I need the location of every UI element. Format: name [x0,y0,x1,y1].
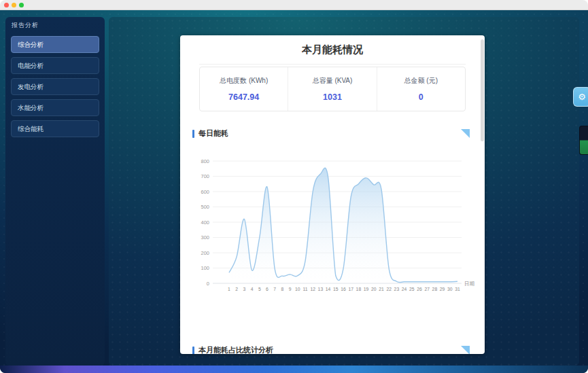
svg-text:700: 700 [201,173,209,179]
svg-text:15: 15 [333,287,339,291]
main-panel: 本月能耗情况 总电度数 (KWh) 7647.94 总容量 (KVA) 1031… [109,17,579,366]
card-scrollbar[interactable] [480,38,484,351]
svg-text:6: 6 [266,287,269,291]
section-accent-bar [192,347,194,355]
section-accent-bar [192,130,194,138]
svg-text:200: 200 [201,250,209,256]
sidebar-item-power-generation-analysis[interactable]: 发电分析 [11,78,99,95]
sidebar-item-water-energy-analysis[interactable]: 水能分析 [11,99,99,116]
svg-text:0: 0 [207,281,209,287]
daily-energy-chart-container: 0100200300400500600700800123456789101112… [188,149,481,300]
stat-value: 1031 [288,92,376,102]
svg-text:800: 800 [201,158,209,164]
svg-text:30: 30 [447,287,453,291]
gear-icon: ⚙ [578,92,586,102]
svg-text:18: 18 [356,287,362,291]
stat-label: 总容量 (KVA) [288,76,376,86]
svg-text:300: 300 [201,234,209,241]
svg-text:400: 400 [201,219,209,226]
svg-text:14: 14 [326,287,331,291]
scrollbar-thumb[interactable] [481,39,484,141]
svg-text:25: 25 [409,287,415,291]
sidebar-item-comprehensive-analysis[interactable]: 综合分析 [11,36,99,53]
svg-text:27: 27 [424,287,430,291]
svg-text:24: 24 [402,287,407,291]
close-window-button[interactable] [4,3,9,7]
monthly-stats-box: 总电度数 (KWh) 7647.94 总容量 (KVA) 1031 总金额 (元… [199,67,466,111]
svg-text:7: 7 [273,287,276,291]
svg-text:20: 20 [371,287,377,291]
daily-energy-chart: 0100200300400500600700800123456789101112… [188,149,481,298]
app-background: 报告分析 综合分析 电能分析 发电分析 水能分析 综合能耗 本月能耗情况 总电度… [0,10,588,373]
daily-energy-section-header: 每日能耗 [192,128,228,139]
svg-text:12: 12 [310,287,315,291]
collapse-triangle-icon[interactable] [461,129,470,138]
svg-text:22: 22 [386,287,392,291]
svg-text:5: 5 [258,287,261,291]
svg-text:31: 31 [455,287,460,291]
sidebar-item-comprehensive-consumption[interactable]: 综合能耗 [11,120,99,137]
monthly-ratio-section-header: 本月能耗占比统计分析 [192,345,273,354]
stat-total-amount: 总金额 (元) 0 [377,67,465,111]
stat-label: 总电度数 (KWh) [200,76,288,86]
macos-titlebar [0,0,588,10]
svg-text:17: 17 [348,287,353,291]
app-window: 报告分析 综合分析 电能分析 发电分析 水能分析 综合能耗 本月能耗情况 总电度… [0,0,588,373]
zoom-window-button[interactable] [19,3,24,7]
svg-text:日期: 日期 [464,281,474,287]
svg-text:9: 9 [289,287,292,291]
section-title: 本月能耗占比统计分析 [198,345,273,354]
stat-total-capacity: 总容量 (KVA) 1031 [288,67,376,111]
svg-text:4: 4 [251,287,254,291]
svg-text:1: 1 [228,287,230,291]
section-title: 每日能耗 [198,128,228,139]
svg-text:29: 29 [440,287,445,291]
docked-mini-widget[interactable] [579,126,588,155]
svg-text:28: 28 [432,287,438,291]
sidebar-item-electric-energy-analysis[interactable]: 电能分析 [11,57,99,74]
svg-text:8: 8 [281,287,284,291]
collapse-triangle-icon[interactable] [461,346,470,354]
bottom-gradient-bar [0,366,588,373]
stat-total-kwh: 总电度数 (KWh) 7647.94 [200,67,288,111]
minimize-window-button[interactable] [12,3,16,7]
title-divider [199,64,466,65]
assistant-floating-button[interactable]: ⚙ [573,87,588,107]
report-card: 本月能耗情况 总电度数 (KWh) 7647.94 总容量 (KVA) 1031… [180,35,485,354]
svg-text:3: 3 [243,287,246,291]
report-title: 本月能耗情况 [180,35,485,56]
svg-text:600: 600 [201,189,209,195]
stat-value: 7647.94 [200,92,288,102]
stat-label: 总金额 (元) [377,76,465,86]
sidebar-title: 报告分析 [12,21,99,30]
svg-text:2: 2 [235,287,238,291]
svg-text:21: 21 [379,287,384,291]
svg-text:13: 13 [318,287,324,291]
svg-text:100: 100 [201,265,209,271]
svg-text:23: 23 [394,287,400,291]
stat-value: 0 [377,92,465,102]
svg-text:10: 10 [295,287,300,291]
svg-text:500: 500 [201,204,209,210]
svg-text:11: 11 [302,287,307,291]
svg-text:26: 26 [417,287,422,291]
sidebar: 报告分析 综合分析 电能分析 发电分析 水能分析 综合能耗 [5,17,105,366]
svg-text:16: 16 [341,287,346,291]
svg-text:19: 19 [364,287,369,291]
